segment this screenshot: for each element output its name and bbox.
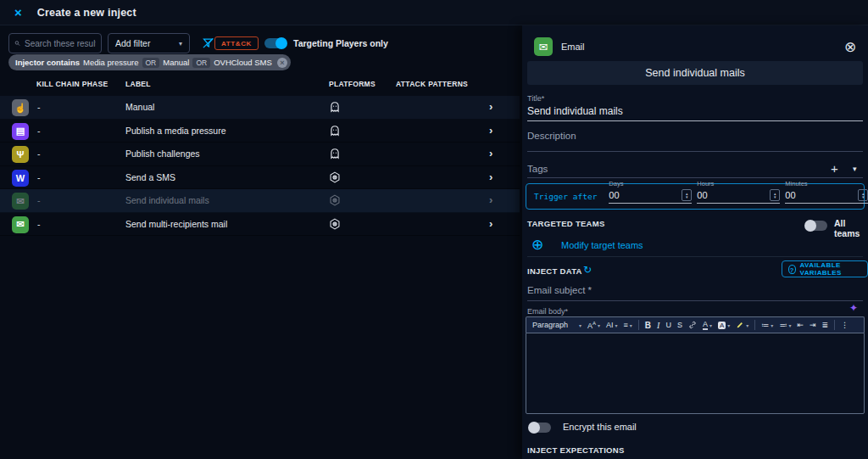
remove-filter-icon[interactable]: × (277, 58, 287, 68)
targeting-players-toggle[interactable] (264, 38, 287, 48)
available-variables-button[interactable]: ? AVAILABLE VARIABLES (782, 260, 868, 277)
paragraph-style-select[interactable]: Paragraph▾ (530, 321, 584, 329)
email-subject-input[interactable] (527, 300, 863, 301)
column-label[interactable]: LABEL (125, 80, 151, 88)
close-drawer-icon[interactable]: ⊗ (844, 38, 856, 56)
internet-platform-icon (329, 171, 341, 183)
ai-assistant-icon[interactable]: ✦ (849, 302, 858, 314)
tags-dropdown-icon[interactable]: ▾ (853, 165, 857, 173)
open-row-chevron-icon[interactable]: › (489, 100, 492, 113)
filter-toolbar: Add filter ▾ ATT&CK Targeting Players on… (0, 25, 522, 54)
table-row-challenges[interactable]: Ψ - Publish challenges › (0, 143, 520, 166)
hours-stepper[interactable]: ▴▾ (770, 189, 780, 201)
open-row-chevron-icon[interactable]: › (489, 217, 492, 230)
numbered-list-button[interactable]: ≕▾ (776, 321, 793, 329)
title-input[interactable] (527, 104, 863, 121)
days-input[interactable] (609, 190, 682, 200)
open-row-chevron-icon[interactable]: › (489, 193, 492, 206)
days-stepper[interactable]: ▴▾ (682, 189, 692, 201)
richtext-toolbar: Paragraph▾ AA▾ AI▾ ≡▾ B I U S A▾ A▾ ▾ ≔▾… (526, 316, 865, 333)
outdent-button[interactable]: ⇤ (794, 321, 806, 329)
section-divider (527, 256, 863, 257)
strikethrough-button[interactable]: S (675, 321, 685, 329)
open-row-chevron-icon[interactable]: › (489, 171, 492, 183)
table-row-manual[interactable]: ☝ - Manual › (0, 96, 520, 120)
inject-expectations-heading: INJECT EXPECTATIONS (527, 445, 625, 455)
trigger-minutes-field: Minutes ▴▾ (785, 189, 868, 204)
column-kill-chain-phase[interactable]: KILL CHAIN PHASE (36, 80, 108, 88)
manual-injector-icon: ☝ (12, 99, 29, 116)
table-row-media-pressure[interactable]: ▤ - Publish a media pressure › (0, 120, 520, 143)
alignment-button[interactable]: ≡▾ (621, 321, 635, 329)
trigger-after-group: Trigger after Days ▴▾ Hours ▴▾ Minutes (526, 183, 865, 210)
add-filter-select[interactable]: Add filter ▾ (108, 33, 190, 53)
hours-input[interactable] (697, 190, 770, 200)
minutes-stepper[interactable]: ▴▾ (858, 189, 868, 201)
contract-banner: Send individual mails (527, 61, 863, 85)
email-injector-icon: ✉ (534, 37, 553, 56)
more-options-icon[interactable]: ⋮ (838, 321, 851, 329)
inject-data-heading: INJECT DATA (527, 266, 582, 276)
add-tag-icon[interactable]: + (831, 161, 838, 176)
search-box[interactable] (8, 33, 102, 53)
help-icon: ? (788, 265, 796, 274)
open-row-chevron-icon[interactable]: › (489, 147, 492, 160)
title-field-label: Title* (527, 94, 544, 103)
email-injector-icon: ✉ (12, 193, 29, 210)
font-size-button[interactable]: AA▾ (585, 321, 603, 330)
inject-contract-list: ☝ - Manual › ▤ - Publish a media pressur… (0, 96, 522, 236)
open-row-chevron-icon[interactable]: › (489, 124, 492, 137)
minutes-input[interactable] (785, 190, 858, 200)
trigger-days-field: Days ▴▾ (609, 189, 692, 204)
tags-input[interactable] (527, 177, 863, 178)
highlight-button[interactable]: ▾ (733, 321, 751, 329)
close-dialog-icon[interactable]: × (14, 5, 22, 20)
internet-platform-icon (329, 218, 341, 230)
bold-button[interactable]: B (643, 321, 654, 330)
ovhcloud-sms-injector-icon: W (12, 170, 29, 187)
background-color-button[interactable]: A▾ (715, 322, 732, 329)
modify-target-teams-link[interactable]: Modify target teams (561, 240, 643, 250)
search-input[interactable] (25, 39, 96, 48)
injector-type-label: Email (561, 42, 585, 52)
link-button[interactable] (686, 321, 699, 329)
row-label: Send a SMS (125, 172, 175, 182)
media-pressure-injector-icon: ▤ (12, 123, 29, 140)
challenge-injector-icon: Ψ (12, 146, 29, 163)
all-teams-toggle[interactable] (805, 221, 827, 231)
encrypt-email-label: Encrypt this email (563, 422, 637, 432)
indent-button[interactable]: ⇥ (807, 321, 819, 329)
email-body-editor[interactable] (526, 333, 865, 414)
clear-filters-icon[interactable] (202, 36, 214, 49)
attack-filter-button[interactable]: ATT&CK (214, 36, 259, 50)
underline-button[interactable]: U (663, 321, 674, 329)
table-row-send-individual-mails[interactable]: ✉ - Send individual mails › (0, 189, 520, 213)
email-subject-label: Email subject * (527, 285, 592, 295)
unknown-platform-icon (329, 125, 341, 137)
bullet-list-button[interactable]: ≔▾ (759, 321, 776, 329)
targeted-teams-heading: TARGETED TEAMS (527, 219, 605, 228)
font-family-button[interactable]: AI▾ (604, 321, 620, 329)
email-injector-icon: ✉ (12, 216, 29, 233)
chip-value: Media pressure (83, 58, 138, 67)
blockquote-button[interactable]: ≣ (819, 321, 831, 329)
italic-button[interactable]: I (654, 321, 662, 330)
row-label: Send individual mails (125, 195, 209, 205)
column-platforms[interactable]: PLATFORMS (329, 80, 376, 88)
description-input[interactable] (527, 151, 863, 152)
table-row-send-sms[interactable]: W - Send a SMS › (0, 166, 520, 190)
font-color-button[interactable]: A▾ (700, 321, 715, 330)
dialog-title: Create a new inject (37, 7, 136, 19)
create-inject-dialog: × Create a new inject Add filter ▾ ATT&C… (0, 0, 868, 459)
encrypt-email-toggle[interactable] (529, 423, 551, 433)
add-team-icon[interactable]: ⊕ (531, 236, 543, 254)
filter-chip[interactable]: Injector contains Media pressure OR Manu… (8, 54, 291, 70)
row-label: Manual (125, 102, 154, 112)
column-attack-patterns[interactable]: ATTACK PATTERNS (396, 80, 468, 88)
table-row-send-multi-recipients-mail[interactable]: ✉ - Send multi-recipients mail › (0, 213, 520, 237)
unknown-platform-icon (329, 101, 341, 113)
tags-field-label: Tags (527, 164, 548, 174)
reset-inject-data-icon[interactable]: ↻ (583, 264, 592, 276)
unknown-platform-icon (329, 148, 341, 160)
inject-form-drawer: ✉ Email ⊗ Send individual mails Title* D… (522, 25, 868, 459)
